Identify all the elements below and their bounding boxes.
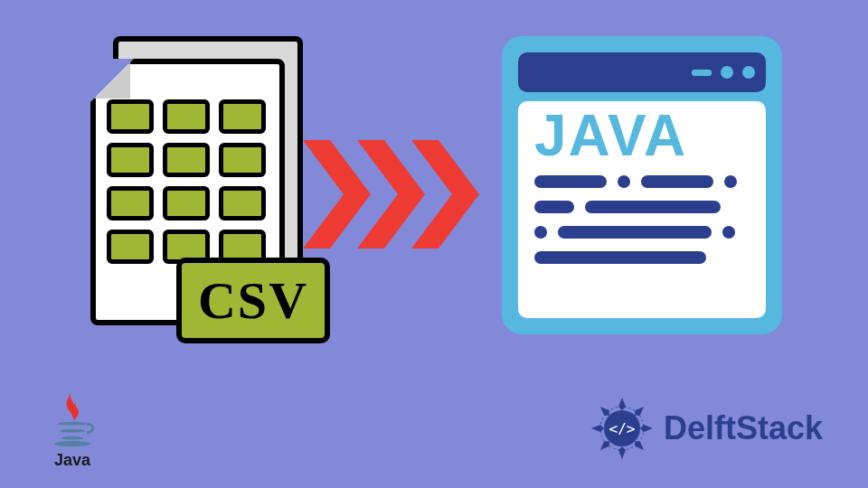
- code-dot: [534, 226, 547, 239]
- paper-fold: [94, 62, 130, 99]
- illustration-canvas: CSV JAVA: [0, 0, 868, 488]
- cell: [163, 143, 210, 177]
- csv-badge-label: CSV: [198, 270, 308, 331]
- svg-marker-0: [303, 140, 371, 249]
- chevron-right-icon: [303, 131, 493, 258]
- cell: [219, 99, 266, 134]
- code-bar: [534, 251, 706, 264]
- conversion-arrows: [303, 131, 493, 258]
- code-bar: [585, 201, 721, 213]
- java-code-window-icon: JAVA: [502, 36, 782, 334]
- code-bar: [558, 226, 712, 239]
- java-title: JAVA: [534, 110, 750, 163]
- cell: [107, 99, 154, 134]
- delftstack-label: DelftStack: [664, 409, 823, 447]
- cell: [163, 186, 210, 221]
- java-cup-icon: [45, 388, 99, 451]
- window-titlebar: [518, 52, 766, 92]
- code-dot: [724, 175, 737, 188]
- window-control-dot: [742, 66, 755, 79]
- code-dot: [722, 226, 735, 239]
- cell: [163, 99, 210, 134]
- code-bar: [534, 201, 574, 213]
- code-row: [534, 175, 750, 188]
- svg-text:</>: </>: [609, 420, 635, 437]
- delftstack-logo: </> DelftStack: [590, 396, 823, 461]
- window-content: JAVA: [518, 101, 766, 318]
- cell: [107, 143, 154, 177]
- window-control-dot: [721, 66, 733, 79]
- code-lines: [534, 175, 750, 264]
- cell: [107, 230, 154, 264]
- minimize-icon: [692, 70, 712, 76]
- code-row: [534, 226, 750, 239]
- code-row: [534, 251, 750, 264]
- java-logo-label: Java: [36, 451, 108, 470]
- code-row: [534, 201, 750, 213]
- cell: [219, 143, 266, 177]
- spreadsheet-cells: [107, 99, 266, 264]
- code-bar: [534, 175, 607, 188]
- delftstack-mark-icon: </>: [590, 396, 655, 461]
- csv-file-icon: CSV: [81, 36, 316, 343]
- csv-badge: CSV: [176, 258, 330, 343]
- cell: [219, 186, 266, 221]
- cell: [107, 186, 154, 221]
- java-logo: Java: [36, 388, 108, 470]
- code-dot: [618, 175, 630, 188]
- code-bar: [641, 175, 713, 188]
